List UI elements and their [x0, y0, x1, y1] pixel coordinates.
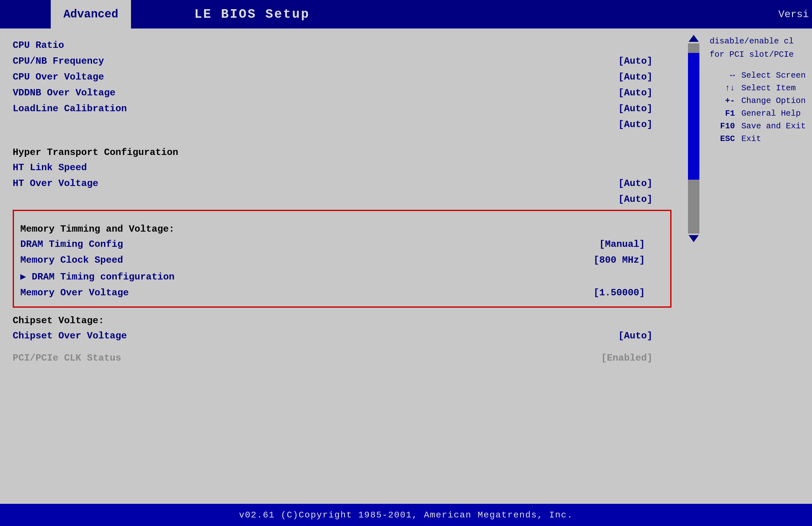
scrollbar-thumb[interactable] [688, 53, 699, 180]
help-row-exit: ESC Exit [710, 134, 806, 144]
chipset-over-voltage-item[interactable]: Chipset Over Voltage [Auto] [13, 329, 671, 343]
ht-extra-item: [Auto] [13, 192, 671, 207]
ht-over-voltage-item[interactable]: HT Over Voltage [Auto] [13, 176, 671, 191]
menu-panel: CPU Ratio CPU/NB Frequency [Auto] CPU Ov… [0, 29, 684, 504]
help-row-save-exit: F10 Save and Exit [710, 121, 806, 131]
scroll-up-arrow[interactable] [688, 35, 699, 42]
version-label: Versi [778, 0, 812, 29]
bios-title: LE BIOS Setup [194, 0, 310, 29]
vddnb-over-voltage-item[interactable]: VDDNB Over Voltage [Auto] [13, 86, 671, 100]
loadline-calibration-value-item[interactable]: [Auto] [13, 117, 671, 132]
help-row-select-item: ↑↓ Select Item [710, 83, 806, 93]
memory-clock-speed-item[interactable]: Memory Clock Speed [800 MHz] [20, 253, 664, 268]
help-row-select-screen: ↔ Select Screen [710, 71, 806, 80]
help-row-change-option: +- Change Option [710, 96, 806, 106]
cpu-nb-freq-item[interactable]: CPU/NB Frequency [Auto] [13, 54, 671, 69]
help-description: disable/enable cl for PCI slot/PCIe [710, 35, 806, 61]
chipset-section-header: Chipset Voltage: [13, 315, 671, 326]
cpu-over-voltage-item[interactable]: CPU Over Voltage [Auto] [13, 70, 671, 84]
footer: v02.61 (C)Copyright 1985-2001, American … [0, 504, 812, 526]
cpu-ratio-item[interactable]: CPU Ratio [13, 38, 671, 52]
advanced-tab-label: Advanced [63, 8, 118, 21]
dram-timing-config-item[interactable]: DRAM Timing Config [Manual] [20, 237, 664, 252]
dram-timing-config-sub-item[interactable]: ▶ DRAM Timing configuration [20, 269, 664, 284]
help-row-general-help: F1 General Help [710, 109, 806, 118]
memory-over-voltage-item[interactable]: Memory Over Voltage [1.50000] [20, 285, 664, 300]
memory-section: Memory Timming and Voltage: DRAM Timing … [13, 210, 671, 308]
scrollbar-track [688, 43, 699, 234]
header-bar: Advanced LE BIOS Setup Versi [0, 0, 812, 29]
main-content: CPU Ratio CPU/NB Frequency [Auto] CPU Ov… [0, 29, 812, 504]
help-panel: disable/enable cl for PCI slot/PCIe ↔ Se… [703, 29, 812, 504]
bios-screen: Advanced LE BIOS Setup Versi CPU Ratio C… [0, 0, 812, 526]
memory-section-header: Memory Timming and Voltage: [20, 224, 664, 235]
ht-link-speed-item[interactable]: HT Link Speed [13, 160, 671, 175]
ht-section-header: Hyper Transport Configuration [13, 147, 671, 158]
pci-pcie-clk-item[interactable]: PCI/PCIe CLK Status [Enabled] [13, 351, 671, 365]
advanced-tab[interactable]: Advanced [51, 0, 131, 29]
scroll-down-arrow[interactable] [688, 235, 699, 242]
loadline-calibration-item[interactable]: LoadLine Calibration [Auto] [13, 101, 671, 116]
right-section: disable/enable cl for PCI slot/PCIe ↔ Se… [684, 29, 812, 504]
